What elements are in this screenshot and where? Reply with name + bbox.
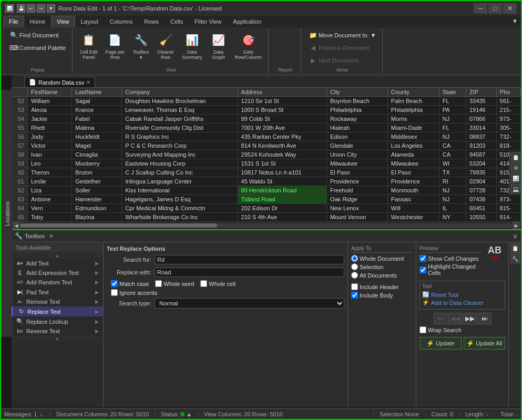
table-cell[interactable]: Tidland Road	[238, 195, 326, 204]
table-cell[interactable]: 52	[12, 97, 28, 106]
table-row[interactable]: 52WilliamSagalDoughton Hawkins Brockelma…	[12, 97, 521, 106]
table-cell[interactable]: Philadelphia	[387, 106, 439, 115]
table-cell[interactable]: 79935	[466, 168, 496, 177]
table-cell[interactable]: Sagal	[72, 97, 122, 106]
table-row[interactable]: 55RhettMalenaRiverside Community Cllg Di…	[12, 124, 521, 132]
table-cell[interactable]: Palm Beach	[387, 97, 439, 106]
tool-add-random-text[interactable]: A? Add Random Text ▶	[12, 278, 103, 287]
table-cell[interactable]: 818-	[496, 141, 520, 150]
toolbox-collapse-button[interactable]: ∨	[513, 232, 518, 240]
minimize-button[interactable]: ─	[474, 3, 487, 14]
table-cell[interactable]: Leslie	[28, 177, 72, 186]
table-cell[interactable]: Victor	[28, 141, 72, 150]
horizontal-scrollbar[interactable]: ◀ ▶	[12, 222, 521, 229]
table-cell[interactable]: WI	[439, 159, 466, 168]
maximize-button[interactable]: □	[488, 3, 502, 14]
tab-application[interactable]: Application	[227, 16, 267, 27]
tool-reverse-text[interactable]: bA Reverse Text ▶	[12, 326, 103, 336]
table-cell[interactable]: 53204	[466, 159, 496, 168]
replace-with-input[interactable]	[155, 268, 344, 277]
table-cell[interactable]: C J Scallop Cutting Co Inc	[122, 168, 238, 177]
nav-prev-button[interactable]: ◀◀	[448, 313, 462, 324]
table-cell[interactable]: 45 Waldo St	[238, 177, 326, 186]
table-cell[interactable]: 10817 Notus Ln #-a101	[238, 168, 326, 177]
table-cell[interactable]: 02904	[466, 177, 496, 186]
table-cell[interactable]: Milwaukee	[326, 159, 387, 168]
table-cell[interactable]: 55	[12, 124, 28, 132]
table-cell[interactable]: 60	[12, 168, 28, 177]
data-graph-button[interactable]: 📈 DataGraph	[207, 29, 230, 62]
search-for-input[interactable]	[155, 255, 344, 264]
whole-cell-checkbox[interactable]: Whole cell	[200, 280, 236, 287]
tool-replace-text[interactable]: ↻ Replace Text ▶	[12, 306, 103, 316]
table-cell[interactable]: Freehold	[326, 186, 387, 195]
table-row[interactable]: 63AntioneHameisterHagelgans, James D Esq…	[12, 195, 521, 204]
table-row[interactable]: 64VernEdmundsonCpr Medical Mktng & Commc…	[12, 204, 521, 213]
side-btn-1[interactable]: 📋	[511, 152, 520, 162]
table-cell[interactable]: Malena	[72, 124, 122, 132]
table-cell[interactable]: P C & C Research Corp	[122, 141, 238, 150]
table-cell[interactable]: 54	[12, 115, 28, 124]
table-row[interactable]: 62LizaSollerKiss International80 Hendric…	[12, 186, 521, 195]
table-cell[interactable]: 07866	[466, 115, 496, 124]
tool-pad-text[interactable]: ▶| Pad Text ▶	[12, 287, 103, 297]
table-cell[interactable]: El Paso	[387, 168, 439, 177]
table-cell[interactable]: 814 N Kenilworth Ave	[238, 141, 326, 150]
command-palette-button[interactable]: ⌨ Command Palette	[6, 42, 69, 54]
table-cell[interactable]: Rockaway	[326, 115, 387, 124]
table-cell[interactable]: Krance	[72, 106, 122, 115]
table-cell[interactable]: 29524 Kohoutek Way	[238, 150, 326, 159]
table-cell[interactable]: Antione	[28, 195, 72, 204]
quick-undo-icon[interactable]: ↩	[27, 4, 35, 13]
table-cell[interactable]: 561-	[496, 97, 520, 106]
update-all-button[interactable]: ⚡ Update All	[464, 337, 506, 350]
table-cell[interactable]: Alameda	[387, 150, 439, 159]
apply-whole-document[interactable]: Whole Document	[351, 255, 413, 262]
table-cell[interactable]: Bruton	[72, 168, 122, 177]
table-cell[interactable]: Boynton Beach	[326, 97, 387, 106]
close-button[interactable]: ✕	[503, 3, 517, 14]
data-summary-button[interactable]: 📊 DataSummary	[179, 29, 206, 62]
table-cell[interactable]: Liza	[28, 186, 72, 195]
table-cell[interactable]: Huckfeldt	[72, 132, 122, 141]
tool-remove-text[interactable]: A- Remove Text ▶	[12, 297, 103, 306]
table-cell[interactable]: Morris	[387, 115, 439, 124]
table-cell[interactable]: Middlesex	[387, 132, 439, 141]
table-cell[interactable]: Gestether	[72, 177, 122, 186]
table-cell[interactable]: 10550	[466, 213, 496, 222]
cleaner-row-button[interactable]: 🧹 CleanerRow	[154, 29, 177, 62]
table-cell[interactable]: IL	[439, 204, 466, 213]
col-header-firstname[interactable]: FirstName	[28, 88, 72, 97]
col-header-company[interactable]: Company	[122, 88, 238, 97]
tool-add-text[interactable]: A+ Add Text ▶	[12, 259, 103, 268]
show-cell-changes-checkbox[interactable]: Show Cell Changes	[419, 255, 482, 262]
grid-scroll-container[interactable]: FirstName LastName Company Address City …	[12, 87, 521, 222]
table-cell[interactable]: Vern	[28, 204, 72, 213]
table-cell[interactable]: FL	[439, 97, 466, 106]
table-cell[interactable]: Wharfside Brokerage Co Inc	[122, 213, 238, 222]
table-cell[interactable]: Will	[387, 204, 439, 213]
col-header-lastname[interactable]: LastName	[72, 88, 122, 97]
table-cell[interactable]: Mount Vernon	[326, 213, 387, 222]
highlight-changed-cells-checkbox[interactable]: Highlight Changed Cells	[419, 263, 482, 276]
locations-panel[interactable]: Locations	[1, 90, 13, 337]
table-cell[interactable]: Monmouth	[387, 186, 439, 195]
table-cell[interactable]: 1210 Se 1st St	[238, 97, 326, 106]
apply-selection[interactable]: Selection	[351, 263, 413, 270]
table-cell[interactable]: Leo	[28, 159, 72, 168]
scroll-left-button[interactable]: ◀	[13, 222, 20, 229]
table-cell[interactable]: Magel	[72, 141, 122, 150]
tab-columns[interactable]: Columns	[104, 16, 138, 27]
table-cell[interactable]: 63	[12, 195, 28, 204]
table-row[interactable]: 60TheronBrutonC J Scallop Cutting Co Inc…	[12, 168, 521, 177]
tab-view[interactable]: View	[51, 16, 75, 27]
table-cell[interactable]: 33435	[466, 97, 496, 106]
table-cell[interactable]: 210 S 4th Ave	[238, 213, 326, 222]
table-cell[interactable]: Ivan	[28, 150, 72, 159]
previous-document-button[interactable]: ◀ Previous Document	[305, 42, 379, 54]
whole-word-checkbox[interactable]: Whole word	[155, 280, 194, 287]
col-header-address[interactable]: Address	[238, 88, 326, 97]
table-cell[interactable]: 62	[12, 186, 28, 195]
table-cell[interactable]: FL	[439, 124, 466, 132]
col-header-state[interactable]: State	[439, 88, 466, 97]
